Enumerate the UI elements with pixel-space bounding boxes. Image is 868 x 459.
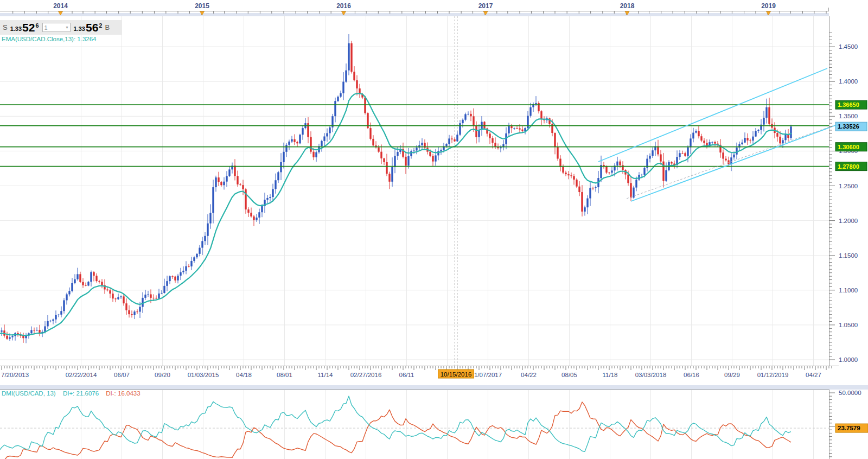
svg-text:1.36650: 1.36650	[838, 101, 859, 108]
svg-text:1.30600: 1.30600	[838, 144, 859, 150]
svg-text:2018: 2018	[620, 2, 635, 10]
date-tick-label: 02/22/2014	[66, 372, 97, 378]
amount-dropdown[interactable]: 1 ▾	[42, 23, 71, 32]
di-plus-line	[0, 396, 791, 451]
dmi-name-label: DMI(USD/CAD, 13)	[2, 390, 56, 397]
ema-indicator-legend: EMA(USD/CAD.Close,13): 1.3264	[2, 36, 96, 42]
date-tick-label: 06/07	[114, 372, 130, 378]
chevron-down-icon: ▾	[66, 25, 68, 30]
dmi-indicator-legend: DMI(USD/CAD, 13) DI+: 21.6076 DI-: 16.04…	[2, 390, 141, 397]
top-time-axis-years[interactable]: 201420152016201720182019	[0, 0, 868, 16]
date-tick-label: 11/14	[318, 372, 334, 378]
buy-price-prefix: 1.33	[74, 25, 85, 32]
svg-text:1.2500: 1.2500	[839, 183, 858, 189]
date-tick-label: 09/20	[155, 372, 170, 378]
svg-text:1.0000: 1.0000	[839, 356, 858, 363]
svg-text:1.27800: 1.27800	[838, 163, 859, 170]
date-tick-label: 08/05	[561, 372, 577, 378]
amount-value: 1	[44, 24, 48, 31]
di-minus-value: DI-: 16.0433	[106, 390, 140, 397]
svg-text:1.1500: 1.1500	[839, 252, 858, 259]
date-tick-label: 08/01	[277, 372, 292, 378]
date-tick-label: 1/07/2017	[474, 372, 502, 378]
svg-text:1.1000: 1.1000	[839, 287, 858, 294]
date-tick-label: 7/20/2013	[1, 372, 29, 378]
sell-price-prefix: 1.33	[10, 25, 22, 32]
date-tick-label: 04/27	[806, 372, 821, 378]
buy-side-label: B	[105, 23, 110, 31]
date-tick-label: 01/03/2015	[188, 372, 219, 378]
svg-text:23.7579: 23.7579	[838, 425, 860, 431]
svg-text:1.4500: 1.4500	[839, 43, 858, 50]
date-tick-label: 01/12/2019	[757, 372, 789, 378]
sell-price-fraction: 6	[35, 22, 39, 29]
date-tick-label: 09/29	[724, 372, 740, 378]
svg-text:1.4000: 1.4000	[839, 78, 858, 85]
di-plus-value: DI+: 21.6076	[63, 390, 99, 397]
date-tick-label: 03/03/2018	[635, 372, 667, 378]
date-tick-label: 06/11	[399, 372, 414, 378]
date-tick-label: 04/18	[236, 372, 252, 378]
svg-text:1.33526: 1.33526	[838, 123, 859, 130]
svg-text:2016: 2016	[336, 2, 351, 10]
date-tick-label: 11/18	[603, 372, 618, 378]
buy-price-fraction: 2	[99, 22, 102, 29]
svg-text:10/15/2016: 10/15/2016	[441, 371, 472, 378]
price-plot-area	[0, 16, 840, 366]
svg-text:2019: 2019	[761, 2, 776, 10]
svg-text:1.3500: 1.3500	[839, 113, 858, 119]
svg-text:50.0000: 50.0000	[839, 390, 861, 396]
date-tick-label: 02/27/2016	[350, 372, 382, 378]
trend-line	[627, 126, 833, 199]
svg-text:2014: 2014	[53, 2, 68, 10]
trend-line	[598, 68, 827, 162]
buy-price-pips[interactable]: 56	[86, 22, 98, 33]
main-price-chart[interactable]: 1.45001.40001.35001.30001.25001.20001.15…	[0, 16, 868, 366]
svg-text:1.2000: 1.2000	[839, 218, 858, 224]
sell-price-pips[interactable]: 52	[22, 22, 35, 33]
trading-chart-window: { "quote_panel": { "sell_label": "S", "s…	[0, 0, 868, 459]
svg-text:1.0500: 1.0500	[839, 322, 858, 328]
quote-panel: S 1.33 52 6 1 ▾ 1.33 56 2 B	[0, 20, 122, 35]
sell-side-label: S	[3, 23, 8, 31]
svg-text:2015: 2015	[195, 2, 209, 10]
bottom-date-axis[interactable]: 7/20/201302/22/201406/0709/2001/03/20150…	[0, 366, 868, 379]
date-tick-label: 04/22	[521, 372, 537, 378]
svg-text:2017: 2017	[478, 2, 493, 10]
candles-layer	[0, 34, 792, 343]
date-tick-label: 06/16	[684, 372, 699, 378]
